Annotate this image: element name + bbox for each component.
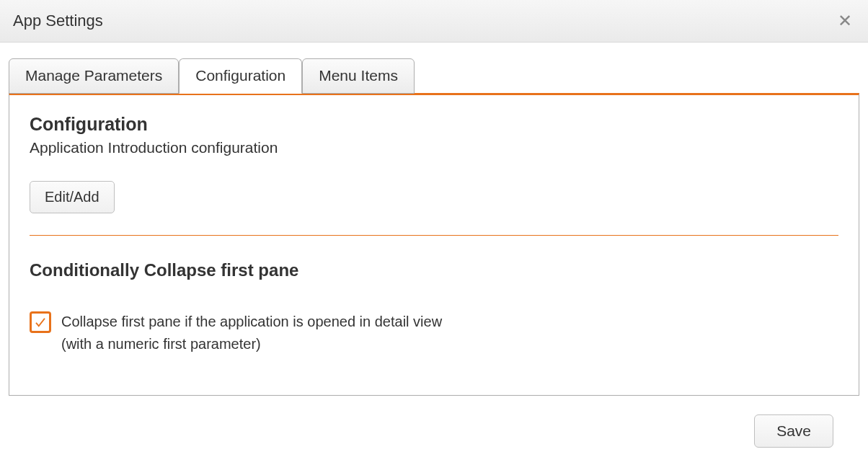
collapse-label-line1: Collapse first pane if the application i… [61,314,442,329]
save-button[interactable]: Save [754,414,833,448]
check-icon [34,316,47,329]
tab-row: Manage Parameters Configuration Menu Ite… [9,58,859,94]
section-collapse-title: Conditionally Collapse first pane [30,260,838,280]
collapse-checkbox[interactable] [30,311,51,333]
tab-manage-parameters[interactable]: Manage Parameters [9,58,179,94]
collapse-checkbox-row: Collapse first pane if the application i… [30,311,838,355]
collapse-checkbox-label: Collapse first pane if the application i… [61,311,442,355]
footer: Save [9,396,859,448]
divider [30,235,838,236]
edit-add-button[interactable]: Edit/Add [30,181,115,213]
dialog-title: App Settings [13,12,103,30]
close-icon[interactable]: ✕ [835,9,855,32]
section-configuration-title: Configuration [30,114,838,135]
tab-panel-configuration: Configuration Application Introduction c… [9,93,859,396]
section-configuration-subtitle: Application Introduction configuration [30,139,838,156]
collapse-label-line2: (with a numeric first parameter) [61,336,261,352]
content: Manage Parameters Configuration Menu Ite… [0,43,868,448]
tab-menu-items[interactable]: Menu Items [302,58,415,94]
tab-configuration[interactable]: Configuration [179,58,302,94]
titlebar: App Settings ✕ [0,0,868,43]
